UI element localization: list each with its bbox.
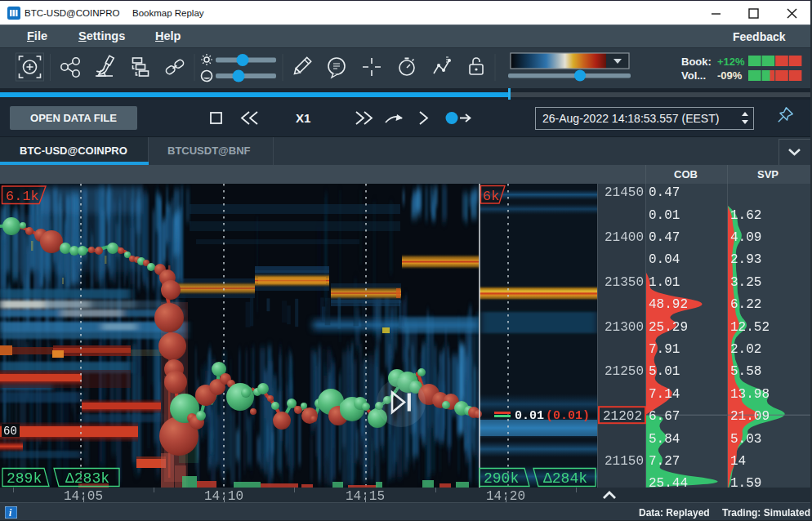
- svg-text:4.09: 4.09: [730, 230, 761, 245]
- svg-text:7.27: 7.27: [649, 454, 680, 469]
- svg-text:21.09: 21.09: [730, 409, 770, 424]
- svg-text:1.01: 1.01: [649, 275, 680, 290]
- svg-text:6.67: 6.67: [649, 409, 680, 424]
- svg-text:21350: 21350: [605, 275, 644, 290]
- svg-text:0.47: 0.47: [649, 230, 680, 245]
- svg-text:12.52: 12.52: [730, 320, 770, 335]
- svg-text:2.02: 2.02: [730, 342, 761, 357]
- svg-text:14: 14: [730, 454, 746, 469]
- svg-text:21250: 21250: [605, 364, 644, 379]
- svg-text:6.22: 6.22: [730, 297, 761, 312]
- svg-text:5.03: 5.03: [730, 432, 761, 447]
- svg-text:0.04: 0.04: [649, 252, 680, 267]
- svg-text:21450: 21450: [605, 185, 644, 200]
- svg-text:21150: 21150: [605, 454, 644, 469]
- svg-text:5.84: 5.84: [649, 432, 680, 447]
- svg-text:1.59: 1.59: [730, 476, 761, 488]
- svg-text:21300: 21300: [605, 320, 644, 335]
- svg-text:0.47: 0.47: [649, 185, 680, 200]
- svg-text:3.25: 3.25: [730, 275, 761, 290]
- svg-text:48.92: 48.92: [649, 297, 688, 312]
- svg-text:5.01: 5.01: [649, 364, 680, 379]
- svg-text:13.98: 13.98: [730, 387, 770, 402]
- svg-text:2.93: 2.93: [730, 252, 761, 267]
- svg-text:5.58: 5.58: [730, 364, 761, 379]
- svg-text:25.29: 25.29: [649, 320, 688, 335]
- svg-text:21202: 21202: [603, 409, 642, 424]
- svg-text:0.01: 0.01: [649, 208, 680, 223]
- svg-text:25.44: 25.44: [649, 476, 688, 488]
- svg-text:7.14: 7.14: [649, 387, 680, 402]
- svg-text:21400: 21400: [605, 230, 644, 245]
- svg-text:7.91: 7.91: [649, 342, 680, 357]
- svg-text:1.62: 1.62: [730, 208, 761, 223]
